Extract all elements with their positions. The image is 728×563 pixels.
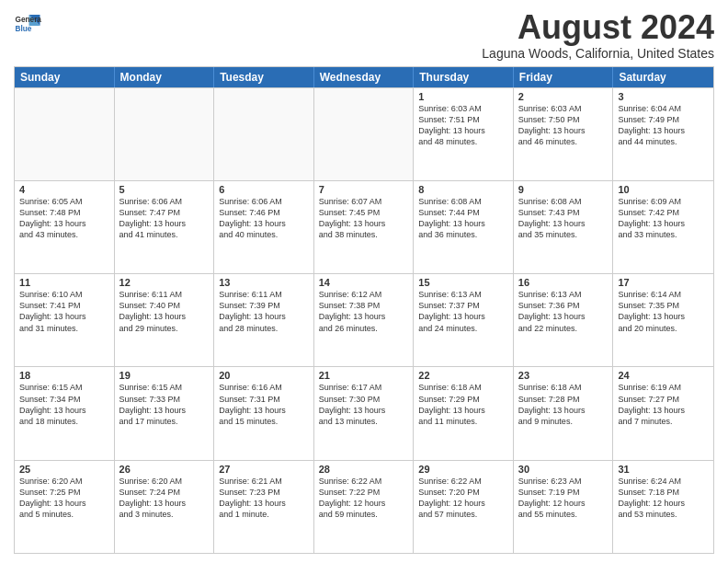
calendar-row-4: 18Sunrise: 6:15 AM Sunset: 7:34 PM Dayli… <box>15 366 713 459</box>
calendar: Sunday Monday Tuesday Wednesday Thursday… <box>14 66 714 554</box>
day-info: Sunrise: 6:22 AM Sunset: 7:20 PM Dayligh… <box>418 476 508 521</box>
day-number: 23 <box>518 370 609 381</box>
day-info: Sunrise: 6:23 AM Sunset: 7:19 PM Dayligh… <box>518 476 609 521</box>
day-number: 27 <box>219 464 309 475</box>
svg-text:General: General <box>16 16 42 24</box>
day-number: 3 <box>618 91 709 102</box>
calendar-cell: 9Sunrise: 6:08 AM Sunset: 7:43 PM Daylig… <box>514 181 614 273</box>
day-number: 18 <box>19 370 109 381</box>
day-number: 15 <box>418 277 508 288</box>
day-info: Sunrise: 6:13 AM Sunset: 7:36 PM Dayligh… <box>518 289 609 334</box>
calendar-cell: 25Sunrise: 6:20 AM Sunset: 7:25 PM Dayli… <box>15 461 115 553</box>
calendar-cell: 3Sunrise: 6:04 AM Sunset: 7:49 PM Daylig… <box>613 88 713 180</box>
day-number: 10 <box>618 184 709 195</box>
logo: General Blue <box>14 9 41 37</box>
location: Laguna Woods, California, United States <box>482 46 714 61</box>
calendar-row-5: 25Sunrise: 6:20 AM Sunset: 7:25 PM Dayli… <box>15 460 713 553</box>
day-info: Sunrise: 6:24 AM Sunset: 7:18 PM Dayligh… <box>618 476 709 521</box>
day-info: Sunrise: 6:20 AM Sunset: 7:24 PM Dayligh… <box>119 476 210 521</box>
day-number: 14 <box>319 277 409 288</box>
header-monday: Monday <box>115 67 215 87</box>
day-info: Sunrise: 6:12 AM Sunset: 7:38 PM Dayligh… <box>319 289 409 334</box>
calendar-cell: 27Sunrise: 6:21 AM Sunset: 7:23 PM Dayli… <box>214 461 314 553</box>
calendar-row-2: 4Sunrise: 6:05 AM Sunset: 7:48 PM Daylig… <box>15 180 713 273</box>
calendar-cell: 18Sunrise: 6:15 AM Sunset: 7:34 PM Dayli… <box>15 367 115 459</box>
day-number: 20 <box>219 370 309 381</box>
calendar-cell: 31Sunrise: 6:24 AM Sunset: 7:18 PM Dayli… <box>613 461 713 553</box>
calendar-cell: 21Sunrise: 6:17 AM Sunset: 7:30 PM Dayli… <box>314 367 415 459</box>
header: General Blue August 2024 Laguna Woods, C… <box>14 9 714 61</box>
day-number: 22 <box>418 370 508 381</box>
calendar-cell: 7Sunrise: 6:07 AM Sunset: 7:45 PM Daylig… <box>314 181 415 273</box>
day-number: 21 <box>319 370 409 381</box>
day-info: Sunrise: 6:06 AM Sunset: 7:46 PM Dayligh… <box>219 196 309 241</box>
day-info: Sunrise: 6:14 AM Sunset: 7:35 PM Dayligh… <box>618 289 709 334</box>
calendar-cell: 16Sunrise: 6:13 AM Sunset: 7:36 PM Dayli… <box>514 274 614 366</box>
calendar-cell: 2Sunrise: 6:03 AM Sunset: 7:50 PM Daylig… <box>514 88 614 180</box>
day-number: 25 <box>19 464 109 475</box>
day-number: 7 <box>319 184 409 195</box>
day-number: 29 <box>418 464 508 475</box>
calendar-cell: 14Sunrise: 6:12 AM Sunset: 7:38 PM Dayli… <box>314 274 415 366</box>
svg-text:Blue: Blue <box>16 25 32 33</box>
header-sunday: Sunday <box>15 67 115 87</box>
day-info: Sunrise: 6:11 AM Sunset: 7:40 PM Dayligh… <box>119 289 210 334</box>
calendar-cell: 19Sunrise: 6:15 AM Sunset: 7:33 PM Dayli… <box>115 367 215 459</box>
page: General Blue August 2024 Laguna Woods, C… <box>0 0 728 563</box>
day-info: Sunrise: 6:18 AM Sunset: 7:29 PM Dayligh… <box>418 382 508 427</box>
calendar-cell: 30Sunrise: 6:23 AM Sunset: 7:19 PM Dayli… <box>514 461 614 553</box>
header-saturday: Saturday <box>613 67 713 87</box>
day-number: 13 <box>219 277 309 288</box>
calendar-cell: 4Sunrise: 6:05 AM Sunset: 7:48 PM Daylig… <box>15 181 115 273</box>
day-number: 8 <box>418 184 508 195</box>
day-info: Sunrise: 6:06 AM Sunset: 7:47 PM Dayligh… <box>119 196 210 241</box>
day-number: 30 <box>518 464 609 475</box>
header-thursday: Thursday <box>414 67 514 87</box>
day-info: Sunrise: 6:03 AM Sunset: 7:50 PM Dayligh… <box>518 103 609 148</box>
calendar-cell: 10Sunrise: 6:09 AM Sunset: 7:42 PM Dayli… <box>613 181 713 273</box>
day-info: Sunrise: 6:11 AM Sunset: 7:39 PM Dayligh… <box>219 289 309 334</box>
calendar-cell <box>214 88 314 180</box>
header-tuesday: Tuesday <box>214 67 314 87</box>
day-number: 31 <box>618 464 709 475</box>
calendar-body: 1Sunrise: 6:03 AM Sunset: 7:51 PM Daylig… <box>15 87 713 553</box>
day-info: Sunrise: 6:18 AM Sunset: 7:28 PM Dayligh… <box>518 382 609 427</box>
calendar-row-1: 1Sunrise: 6:03 AM Sunset: 7:51 PM Daylig… <box>15 87 713 180</box>
day-info: Sunrise: 6:05 AM Sunset: 7:48 PM Dayligh… <box>19 196 109 241</box>
calendar-cell: 20Sunrise: 6:16 AM Sunset: 7:31 PM Dayli… <box>214 367 314 459</box>
day-number: 19 <box>119 370 210 381</box>
day-info: Sunrise: 6:08 AM Sunset: 7:44 PM Dayligh… <box>418 196 508 241</box>
day-info: Sunrise: 6:04 AM Sunset: 7:49 PM Dayligh… <box>618 103 709 148</box>
calendar-row-3: 11Sunrise: 6:10 AM Sunset: 7:41 PM Dayli… <box>15 273 713 366</box>
day-info: Sunrise: 6:10 AM Sunset: 7:41 PM Dayligh… <box>19 289 109 334</box>
title-area: August 2024 Laguna Woods, California, Un… <box>482 9 714 61</box>
calendar-cell: 26Sunrise: 6:20 AM Sunset: 7:24 PM Dayli… <box>115 461 215 553</box>
calendar-cell: 17Sunrise: 6:14 AM Sunset: 7:35 PM Dayli… <box>613 274 713 366</box>
calendar-cell: 29Sunrise: 6:22 AM Sunset: 7:20 PM Dayli… <box>414 461 514 553</box>
calendar-cell: 5Sunrise: 6:06 AM Sunset: 7:47 PM Daylig… <box>115 181 215 273</box>
header-wednesday: Wednesday <box>314 67 415 87</box>
day-info: Sunrise: 6:13 AM Sunset: 7:37 PM Dayligh… <box>418 289 508 334</box>
day-number: 12 <box>119 277 210 288</box>
calendar-cell: 24Sunrise: 6:19 AM Sunset: 7:27 PM Dayli… <box>613 367 713 459</box>
day-info: Sunrise: 6:08 AM Sunset: 7:43 PM Dayligh… <box>518 196 609 241</box>
day-info: Sunrise: 6:15 AM Sunset: 7:34 PM Dayligh… <box>19 382 109 427</box>
calendar-cell: 23Sunrise: 6:18 AM Sunset: 7:28 PM Dayli… <box>514 367 614 459</box>
day-info: Sunrise: 6:20 AM Sunset: 7:25 PM Dayligh… <box>19 476 109 521</box>
calendar-cell: 12Sunrise: 6:11 AM Sunset: 7:40 PM Dayli… <box>115 274 215 366</box>
month-title: August 2024 <box>482 9 714 46</box>
calendar-cell: 13Sunrise: 6:11 AM Sunset: 7:39 PM Dayli… <box>214 274 314 366</box>
calendar-cell: 6Sunrise: 6:06 AM Sunset: 7:46 PM Daylig… <box>214 181 314 273</box>
calendar-cell: 15Sunrise: 6:13 AM Sunset: 7:37 PM Dayli… <box>414 274 514 366</box>
day-number: 11 <box>19 277 109 288</box>
calendar-cell: 11Sunrise: 6:10 AM Sunset: 7:41 PM Dayli… <box>15 274 115 366</box>
day-info: Sunrise: 6:19 AM Sunset: 7:27 PM Dayligh… <box>618 382 709 427</box>
day-info: Sunrise: 6:21 AM Sunset: 7:23 PM Dayligh… <box>219 476 309 521</box>
logo-icon: General Blue <box>14 9 41 37</box>
day-number: 1 <box>418 91 508 102</box>
calendar-cell <box>15 88 115 180</box>
calendar-cell <box>115 88 215 180</box>
calendar-cell: 1Sunrise: 6:03 AM Sunset: 7:51 PM Daylig… <box>414 88 514 180</box>
header-friday: Friday <box>514 67 614 87</box>
calendar-cell: 28Sunrise: 6:22 AM Sunset: 7:22 PM Dayli… <box>314 461 415 553</box>
